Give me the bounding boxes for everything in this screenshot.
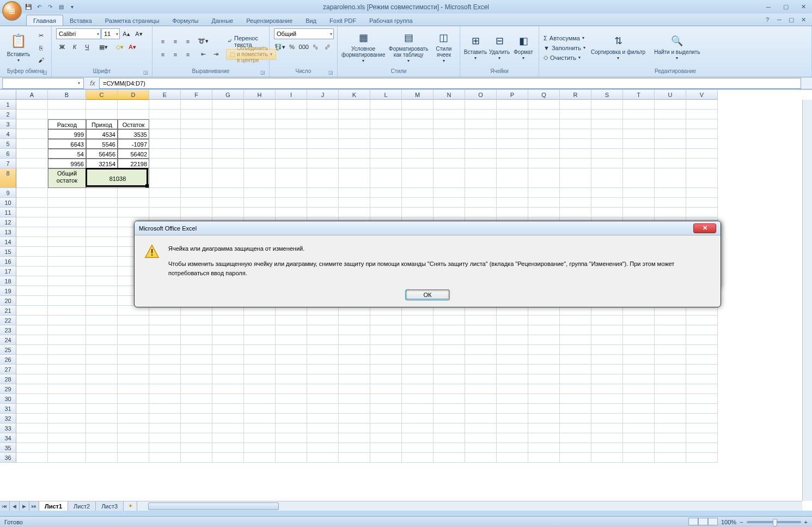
align-bottom-icon[interactable]: ≡ [182, 36, 194, 47]
cell[interactable] [339, 168, 370, 188]
cell[interactable] [402, 159, 434, 168]
cell[interactable] [149, 110, 181, 119]
cell[interactable] [528, 345, 560, 355]
cell[interactable] [465, 316, 497, 325]
cell[interactable] [655, 325, 686, 335]
cell[interactable] [465, 168, 497, 188]
col-header[interactable]: I [276, 90, 307, 100]
cell[interactable] [560, 119, 591, 129]
cell[interactable] [307, 374, 339, 384]
fx-icon[interactable]: fx [87, 78, 98, 89]
row-header[interactable]: 31 [0, 404, 16, 414]
cell[interactable] [118, 394, 149, 404]
cell[interactable] [16, 453, 48, 463]
cell[interactable] [528, 188, 560, 198]
cell[interactable] [497, 335, 528, 345]
cell[interactable] [244, 198, 276, 208]
cell[interactable] [560, 110, 591, 119]
cell[interactable] [560, 453, 591, 463]
cell[interactable] [48, 335, 86, 345]
percent-icon[interactable]: % [286, 41, 298, 52]
table-data-cell[interactable]: -1097 [118, 139, 149, 149]
cell[interactable] [465, 119, 497, 129]
cell[interactable] [48, 374, 86, 384]
row-header[interactable]: 15 [0, 247, 16, 257]
cell[interactable] [339, 119, 370, 129]
cell[interactable] [465, 335, 497, 345]
cell[interactable] [86, 247, 118, 257]
cell[interactable] [465, 149, 497, 159]
number-format-combo[interactable]: Общий▾ [274, 28, 334, 39]
row-header[interactable]: 5 [0, 139, 16, 149]
cell[interactable] [434, 208, 465, 217]
cell[interactable] [623, 335, 655, 345]
cell[interactable] [48, 384, 86, 394]
cell[interactable] [528, 374, 560, 384]
cell[interactable] [465, 355, 497, 365]
cell[interactable] [370, 110, 402, 119]
cell[interactable] [686, 129, 718, 139]
tab-рабочая группа[interactable]: Рабочая группа [363, 15, 419, 26]
cell[interactable] [48, 276, 86, 286]
sheet-prev-icon[interactable]: ◀ [10, 501, 20, 511]
cell[interactable] [276, 168, 307, 188]
cell[interactable] [276, 335, 307, 345]
cell[interactable] [48, 247, 86, 257]
cell[interactable] [497, 433, 528, 443]
cell[interactable] [307, 345, 339, 355]
cell[interactable] [623, 365, 655, 374]
cell[interactable] [149, 443, 181, 453]
cell[interactable] [591, 345, 623, 355]
cell[interactable] [48, 208, 86, 217]
cell[interactable] [434, 384, 465, 394]
cell[interactable] [244, 159, 276, 168]
cell[interactable] [16, 188, 48, 198]
cell[interactable] [48, 237, 86, 247]
cell[interactable] [212, 453, 244, 463]
cell[interactable] [48, 365, 86, 374]
cell[interactable] [307, 168, 339, 188]
cell[interactable] [212, 188, 244, 198]
cell[interactable] [307, 384, 339, 394]
cell[interactable] [16, 414, 48, 423]
normal-view-icon[interactable] [688, 518, 698, 525]
cell[interactable] [465, 110, 497, 119]
cell[interactable] [276, 414, 307, 423]
sheet-last-icon[interactable]: ⏭ [29, 501, 39, 511]
table-data-cell[interactable]: 9956 [48, 159, 86, 168]
cell[interactable] [86, 423, 118, 433]
cell[interactable] [560, 365, 591, 374]
cell[interactable] [48, 345, 86, 355]
cell[interactable] [528, 119, 560, 129]
cell[interactable] [402, 423, 434, 433]
name-box[interactable]: ▾ [2, 78, 84, 89]
cell[interactable] [149, 316, 181, 325]
row-header[interactable]: 19 [0, 286, 16, 296]
col-header[interactable]: E [149, 90, 181, 100]
row-header[interactable]: 36 [0, 453, 16, 463]
cell[interactable] [686, 325, 718, 335]
vertical-scrollbar[interactable] [802, 100, 812, 501]
cell[interactable] [118, 423, 149, 433]
cell[interactable] [48, 188, 86, 198]
cell[interactable] [16, 286, 48, 296]
cell[interactable] [591, 168, 623, 188]
cell[interactable] [655, 208, 686, 217]
cell[interactable] [149, 404, 181, 414]
sheet-tab[interactable]: Лист3 [96, 501, 124, 511]
font-color-icon[interactable]: A▾ [126, 41, 138, 52]
cell[interactable] [86, 217, 118, 227]
cell[interactable] [591, 335, 623, 345]
cell[interactable] [181, 423, 212, 433]
merge-center-button[interactable]: ⬚Объединить и поместить в центре▾ [226, 49, 276, 60]
cell[interactable] [307, 159, 339, 168]
cell[interactable] [686, 345, 718, 355]
cell[interactable] [434, 110, 465, 119]
cell[interactable] [560, 139, 591, 149]
cell[interactable] [48, 100, 86, 110]
cell[interactable] [48, 414, 86, 423]
cell[interactable] [434, 316, 465, 325]
col-header[interactable]: V [686, 90, 718, 100]
cell[interactable] [655, 119, 686, 129]
cell[interactable] [149, 188, 181, 198]
